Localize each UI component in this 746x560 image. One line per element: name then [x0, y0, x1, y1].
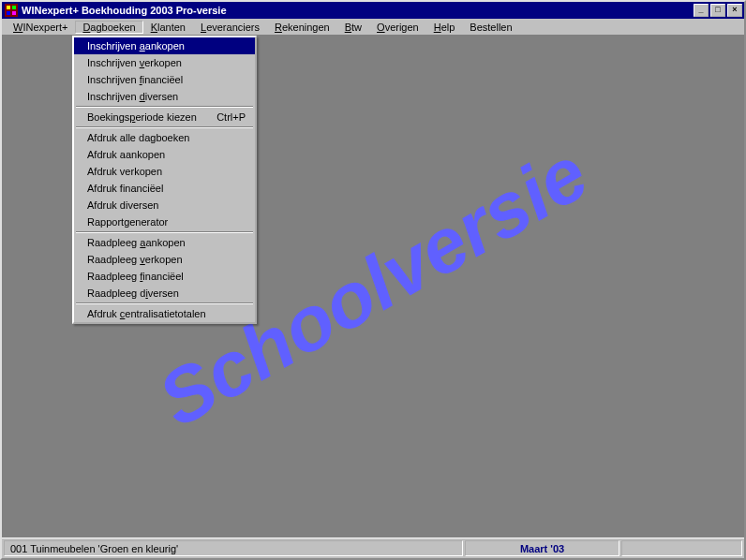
- svg-rect-4: [12, 11, 16, 15]
- dropdown-menu-dagboeken: Inschrijven aankopenInschrijven verkopen…: [72, 36, 257, 324]
- menu-btw[interactable]: Btw: [337, 21, 369, 34]
- app-window: WINexpert+ Boekhouding 2003 Pro-versie _…: [0, 0, 746, 560]
- menu-item-raadpleeg-verkopen[interactable]: Raadpleeg verkopen: [74, 251, 255, 268]
- maximize-button[interactable]: □: [710, 4, 725, 17]
- menu-item-inschrijven-diversen[interactable]: Inschrijven diversen: [74, 88, 255, 105]
- svg-rect-2: [12, 6, 16, 9]
- menu-item-afdruk-centralisatietotalen[interactable]: Afdruk centralisatietotalen: [74, 305, 255, 322]
- menu-item-inschrijven-aankopen[interactable]: Inschrijven aankopen: [74, 37, 255, 54]
- menu-dagboeken[interactable]: Dagboeken: [75, 21, 142, 34]
- menu-bestellen[interactable]: Bestellen: [462, 21, 519, 34]
- close-button[interactable]: ×: [727, 4, 742, 17]
- menu-item-raadpleeg-financi-el[interactable]: Raadpleeg financiëel: [74, 268, 255, 285]
- menu-winexpert-[interactable]: WINexpert+: [6, 21, 75, 34]
- menu-item-afdruk-financi-el[interactable]: Afdruk financiëel: [74, 180, 255, 197]
- menu-separator: [76, 231, 253, 233]
- menu-item-rapportgenerator[interactable]: Rapportgenerator: [74, 214, 255, 230]
- menu-item-inschrijven-financi-el[interactable]: Inschrijven financiëel: [74, 71, 255, 88]
- menu-klanten[interactable]: Klanten: [143, 21, 193, 34]
- menu-overigen[interactable]: Overigen: [369, 21, 426, 34]
- menubar: WINexpert+DagboekenKlantenLeveranciersRe…: [2, 19, 744, 36]
- menu-item-afdruk-diversen[interactable]: Afdruk diversen: [74, 197, 255, 214]
- menu-rekeningen[interactable]: Rekeningen: [267, 21, 337, 34]
- status-period: Maart '03: [465, 540, 619, 556]
- statusbar: 001 Tuinmeubelen 'Groen en kleurig' Maar…: [2, 538, 744, 558]
- menu-item-inschrijven-verkopen[interactable]: Inschrijven verkopen: [74, 54, 255, 71]
- window-title: WINexpert+ Boekhouding 2003 Pro-versie: [22, 5, 694, 16]
- menu-separator: [76, 302, 253, 304]
- menu-separator: [76, 106, 253, 108]
- app-icon: [4, 3, 19, 18]
- minimize-button[interactable]: _: [694, 4, 709, 17]
- menu-item-raadpleeg-diversen[interactable]: Raadpleeg diversen: [74, 285, 255, 302]
- menu-help[interactable]: Help: [426, 21, 463, 34]
- menu-item-afdruk-aankopen[interactable]: Afdruk aankopen: [74, 146, 255, 163]
- svg-rect-3: [7, 11, 10, 15]
- titlebar: WINexpert+ Boekhouding 2003 Pro-versie _…: [2, 2, 744, 19]
- client-area: Schoolversie Inschrijven aankopenInschri…: [2, 36, 744, 538]
- menu-separator: [76, 126, 253, 128]
- status-extra: [621, 540, 742, 556]
- menu-item-afdruk-alle-dagboeken[interactable]: Afdruk alle dagboeken: [74, 129, 255, 146]
- svg-rect-1: [7, 6, 10, 9]
- menu-item-afdruk-verkopen[interactable]: Afdruk verkopen: [74, 163, 255, 180]
- menu-item-boekingsperiode-kiezen[interactable]: Boekingsperiode kiezenCtrl+P: [74, 109, 255, 125]
- menu-leveranciers[interactable]: Leveranciers: [193, 21, 267, 34]
- status-company: 001 Tuinmeubelen 'Groen en kleurig': [4, 540, 463, 556]
- window-buttons: _ □ ×: [694, 4, 742, 17]
- menu-item-raadpleeg-aankopen[interactable]: Raadpleeg aankopen: [74, 234, 255, 251]
